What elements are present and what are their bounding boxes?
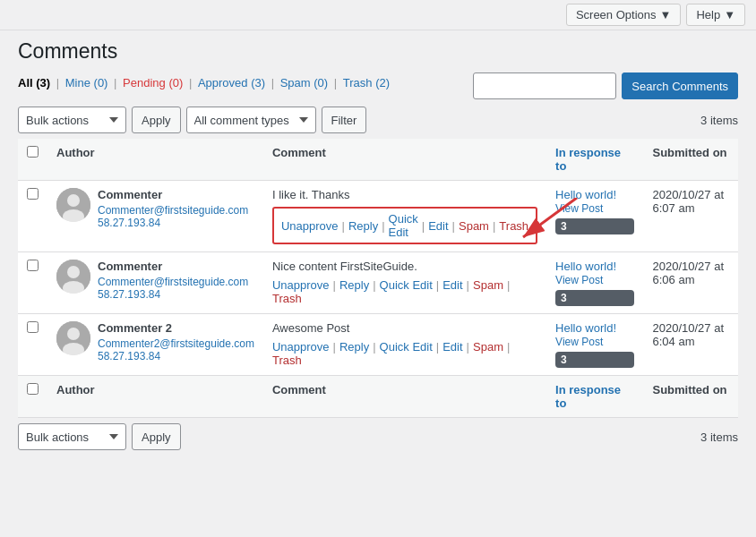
help-label: Help — [696, 8, 720, 21]
row-checkbox-cell — [18, 181, 47, 252]
edit-link[interactable]: Edit — [442, 340, 462, 354]
search-input[interactable] — [473, 72, 616, 99]
top-bar: Screen Options ▼ Help ▼ — [0, 0, 756, 30]
view-post-anchor[interactable]: View Post — [555, 274, 603, 286]
comments-table: Author Comment In response to Submitted … — [18, 139, 738, 418]
screen-options-button[interactable]: Screen Options ▼ — [566, 4, 681, 26]
search-comments-button[interactable]: Search Comments — [622, 72, 738, 99]
apply-bottom-button[interactable]: Apply — [132, 423, 181, 450]
col-footer-response: In response to — [546, 376, 643, 418]
avatar — [56, 188, 90, 222]
arrow-container: Unapprove | Reply | Quick Edit | Edit | … — [272, 207, 537, 244]
bulk-actions-bottom-select[interactable]: Bulk actions Move to Trash — [18, 423, 126, 450]
row-actions: Unapprove | Reply | Quick Edit | Edit | … — [272, 207, 537, 244]
edit-link[interactable]: Edit — [428, 219, 448, 233]
quick-edit-link[interactable]: Quick Edit — [380, 340, 433, 354]
author-ip-link[interactable]: 58.27.193.84 — [98, 288, 248, 301]
response-cell: Hello world! View Post 3 — [546, 181, 643, 252]
post-link[interactable]: Hello world! — [555, 260, 616, 273]
author-name: Commenter — [98, 188, 248, 201]
table-header-row: Author Comment In response to Submitted … — [18, 139, 738, 181]
col-footer-checkbox — [18, 376, 47, 418]
bulk-actions-top-select[interactable]: Bulk actions Move to Trash — [18, 107, 126, 133]
spam-link[interactable]: Spam — [473, 278, 503, 292]
spam-link[interactable]: Spam — [459, 219, 489, 233]
view-post-link: View Post — [555, 201, 634, 215]
comment-count-badge: 3 — [555, 352, 634, 368]
filter-trash[interactable]: Trash (2) — [343, 76, 390, 90]
date-cell: 2020/10/27 at 6:07 am — [643, 181, 738, 252]
filter-mine[interactable]: Mine (0) — [65, 76, 111, 90]
table-row: Commenter Commenter@firstsiteguide.com 5… — [18, 181, 738, 252]
tablenav-top: Bulk actions Move to Trash Apply All com… — [18, 107, 738, 133]
row-checkbox[interactable] — [27, 188, 39, 200]
select-all-checkbox[interactable] — [27, 146, 39, 158]
author-ip-link[interactable]: 58.27.193.84 — [98, 217, 248, 229]
edit-link[interactable]: Edit — [442, 278, 462, 292]
author-email-link[interactable]: Commenter@firstsiteguide.com — [98, 276, 248, 288]
comment-count-badge: 3 — [555, 218, 634, 234]
page-title: Comments — [18, 39, 738, 64]
quick-edit-link[interactable]: Quick Edit — [389, 212, 418, 239]
avatar — [56, 260, 90, 294]
avatar — [56, 321, 90, 355]
search-area: Search Comments — [473, 72, 738, 99]
svg-point-6 — [67, 266, 80, 278]
apply-top-button[interactable]: Apply — [132, 107, 181, 133]
page-content: Comments All (3) | Mine (0) | Pending (0… — [0, 30, 756, 465]
comment-cell: I like it. Thanks Unapprove | Reply | Qu… — [263, 181, 546, 252]
post-link[interactable]: Hello world! — [555, 188, 616, 201]
filter-links: All (3) | Mine (0) | Pending (0) | Appro… — [18, 76, 390, 90]
author-cell: Commenter 2 Commenter2@firstsiteguide.co… — [47, 314, 263, 376]
row-actions: Unapprove | Reply | Quick Edit | Edit | … — [272, 278, 537, 305]
post-link[interactable]: Hello world! — [555, 321, 616, 335]
author-email-link[interactable]: Commenter@firstsiteguide.com — [98, 204, 248, 217]
author-email-link[interactable]: Commenter2@firstsiteguide.com — [98, 337, 254, 350]
reply-link[interactable]: Reply — [339, 278, 369, 292]
table-row: Commenter 2 Commenter2@firstsiteguide.co… — [18, 314, 738, 376]
view-post-link: View Post — [555, 335, 634, 348]
unapprove-link[interactable]: Unapprove — [281, 219, 339, 233]
view-post-anchor[interactable]: View Post — [555, 336, 603, 348]
tablenav-top-left: Bulk actions Move to Trash Apply All com… — [18, 107, 366, 133]
tablenav-top-count: 3 items — [700, 114, 738, 127]
response-link: Hello world! — [555, 188, 634, 201]
author-email: Commenter@firstsiteguide.com — [98, 203, 248, 217]
view-post-link: View Post — [555, 273, 634, 286]
filter-pending[interactable]: Pending (0) — [123, 76, 186, 90]
reply-link[interactable]: Reply — [348, 219, 378, 233]
tablenav-bottom-left: Bulk actions Move to Trash Apply — [18, 423, 181, 450]
author-name: Commenter 2 — [98, 321, 254, 335]
filter-approved[interactable]: Approved (3) — [198, 76, 269, 90]
spam-link[interactable]: Spam — [473, 340, 503, 354]
row-checkbox[interactable] — [27, 321, 39, 333]
view-post-anchor[interactable]: View Post — [555, 202, 603, 215]
date-cell: 2020/10/27 at 6:04 am — [643, 314, 738, 376]
response-link: Hello world! — [555, 321, 634, 335]
row-checkbox-cell — [18, 252, 47, 314]
comment-text: Nice content FirstSiteGuide. — [272, 260, 537, 273]
tablenav-bottom: Bulk actions Move to Trash Apply 3 items — [18, 423, 738, 450]
row-actions: Unapprove | Reply | Quick Edit | Edit | … — [272, 340, 537, 367]
col-header-checkbox — [18, 139, 47, 181]
select-all-footer-checkbox[interactable] — [27, 383, 39, 395]
comment-cell: Awesome Post Unapprove | Reply | Quick E… — [263, 314, 546, 376]
comment-type-select[interactable]: All comment types Comments Pings — [186, 107, 316, 133]
filter-spam[interactable]: Spam (0) — [280, 76, 331, 90]
row-checkbox-cell — [18, 314, 47, 376]
unapprove-link[interactable]: Unapprove — [272, 340, 330, 354]
table-row: Commenter Commenter@firstsiteguide.com 5… — [18, 252, 738, 314]
filter-all[interactable]: All (3) — [18, 76, 54, 90]
trash-link[interactable]: Trash — [272, 354, 302, 367]
author-ip-link[interactable]: 58.27.193.84 — [98, 350, 254, 362]
reply-link[interactable]: Reply — [339, 340, 369, 354]
trash-link[interactable]: Trash — [499, 219, 528, 233]
trash-link[interactable]: Trash — [272, 292, 302, 305]
filter-button[interactable]: Filter — [322, 107, 367, 133]
col-header-response: In response to — [546, 139, 643, 181]
unapprove-link[interactable]: Unapprove — [272, 278, 330, 292]
row-checkbox[interactable] — [27, 260, 39, 271]
tablenav-bottom-count: 3 items — [700, 430, 738, 444]
quick-edit-link[interactable]: Quick Edit — [380, 278, 433, 292]
help-button[interactable]: Help ▼ — [686, 4, 745, 26]
